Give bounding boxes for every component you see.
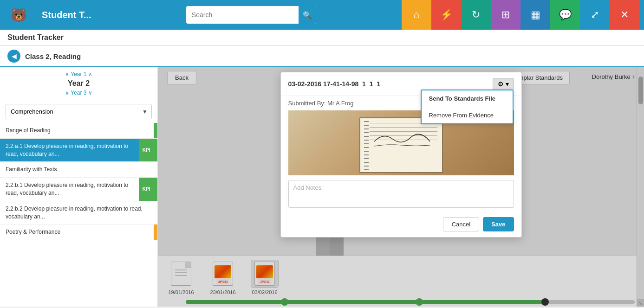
- chat-icon-button[interactable]: 💬: [550, 0, 580, 30]
- year-next-toggle[interactable]: ∨ Year 3 ∨: [7, 90, 150, 96]
- notes-area[interactable]: Add Notes: [288, 180, 514, 208]
- criteria-text-221b1[interactable]: 2.2.b.1 Develop pleasure in reading, mot…: [0, 178, 139, 201]
- year-navigation: ∧ Year 1 ∧ Year 2 ∨ Year 3 ∨: [0, 67, 157, 100]
- section-header-familiarity: Familiarity with Texts: [0, 162, 157, 177]
- expand-icon-button[interactable]: ⤢: [580, 0, 610, 30]
- handwriting-svg: [370, 128, 435, 155]
- year-prev-toggle[interactable]: ∧ Year 1 ∧: [7, 71, 150, 77]
- criteria-row-221a[interactable]: 2.2.a.1 Develop pleasure in reading, mot…: [0, 139, 157, 162]
- subject-dropdown[interactable]: Comprehension ▼: [6, 104, 152, 119]
- grid-icon-button[interactable]: ⊞: [491, 0, 520, 30]
- orange-bar-poetry: [154, 225, 157, 240]
- send-to-standards-item[interactable]: Send To Standards File: [422, 90, 513, 107]
- main-content: ∧ Year 1 ∧ Year 2 ∨ Year 3 ∨ Comprehensi…: [0, 67, 644, 307]
- dropdown-arrow-icon: ▼: [138, 109, 151, 115]
- criteria-row-poetry: Poetry & Performance: [0, 225, 157, 240]
- remove-from-evidence-item[interactable]: Remove From Evidence: [422, 107, 513, 123]
- evidence-modal: 03-02-2016 17-41-14-98_1_1_1 ⚙ ▾ Send To…: [280, 72, 522, 237]
- sidebar: ∧ Year 1 ∧ Year 2 ∨ Year 3 ∨ Comprehensi…: [0, 67, 158, 307]
- criteria-text-221a[interactable]: 2.2.a.1 Develop pleasure in reading, mot…: [0, 139, 139, 162]
- section-header-range: Range of Reading: [0, 123, 154, 138]
- gear-button[interactable]: ⚙ ▾ Send To Standards File Remove From E…: [493, 78, 514, 90]
- main-area: Back Dorothy Burke › Exemplar Standards …: [158, 67, 644, 307]
- notebook-spiral: [364, 118, 369, 172]
- home-icon-button[interactable]: ⌂: [402, 0, 431, 30]
- modal-footer: Cancel Save: [281, 213, 521, 237]
- kpi-badge-221b1: KPI: [139, 178, 154, 201]
- search-button[interactable]: 🔍: [299, 6, 316, 24]
- modal-overlay: 03-02-2016 17-41-14-98_1_1_1 ⚙ ▾ Send To…: [158, 67, 644, 307]
- gear-dropdown-arrow: ▾: [506, 80, 509, 88]
- notebook-image: [359, 117, 443, 173]
- breadcrumb-bar: Student Tracker: [0, 30, 644, 46]
- gear-dropdown-menu: Send To Standards File Remove From Evide…: [421, 90, 514, 124]
- page-title: Student Tracker: [7, 33, 637, 42]
- close-icon-button[interactable]: ✕: [610, 0, 639, 30]
- search-box: 🔍: [186, 6, 316, 24]
- green-bar-221b1: [154, 178, 157, 201]
- search-input[interactable]: [186, 11, 299, 19]
- top-navigation: 🐻 Student T... 🔍 ⌂ ⚡ ↻ ⊞ ▦ 💬 ⤢ ✕: [0, 0, 644, 30]
- back-bar: ◀ Class 2, Reading: [0, 46, 644, 67]
- app-logo[interactable]: 🐻: [5, 7, 33, 23]
- nav-icon-bar: ⌂ ⚡ ↻ ⊞ ▦ 💬 ⤢ ✕: [402, 0, 639, 30]
- criteria-row-221b1[interactable]: 2.2.b.1 Develop pleasure in reading, mot…: [0, 178, 157, 201]
- table-icon-button[interactable]: ▦: [520, 0, 550, 30]
- back-button-circle[interactable]: ◀: [7, 50, 20, 63]
- criteria-row-range: Range of Reading: [0, 123, 157, 139]
- criteria-row-familiarity: Familiarity with Texts: [0, 162, 157, 178]
- save-button[interactable]: Save: [483, 217, 514, 231]
- app-title: Student T...: [33, 10, 101, 20]
- notes-placeholder: Add Notes: [293, 184, 322, 191]
- green-bar-indicator: [154, 123, 157, 138]
- modal-header: 03-02-2016 17-41-14-98_1_1_1 ⚙ ▾ Send To…: [281, 72, 521, 96]
- flash-icon-button[interactable]: ⚡: [431, 0, 461, 30]
- modal-title: 03-02-2016 17-41-14-98_1_1_1: [288, 80, 381, 88]
- criteria-row-221b2[interactable]: 2.2.b.2 Develop pleasure in reading, mot…: [0, 201, 157, 225]
- year-current-label: Year 2: [7, 77, 150, 90]
- cancel-button[interactable]: Cancel: [443, 217, 479, 231]
- green-bar-221a: [154, 139, 157, 162]
- kpi-badge-221a: KPI: [139, 139, 154, 162]
- search-area: 🔍: [101, 6, 402, 24]
- subject-select[interactable]: Comprehension: [6, 104, 138, 119]
- criteria-text-221b2[interactable]: 2.2.b.2 Develop pleasure in reading, mot…: [0, 201, 154, 225]
- refresh-icon-button[interactable]: ↻: [461, 0, 491, 30]
- breadcrumb-text: Class 2, Reading: [25, 52, 81, 60]
- section-header-poetry: Poetry & Performance: [0, 225, 154, 240]
- gear-icon: ⚙: [498, 80, 504, 88]
